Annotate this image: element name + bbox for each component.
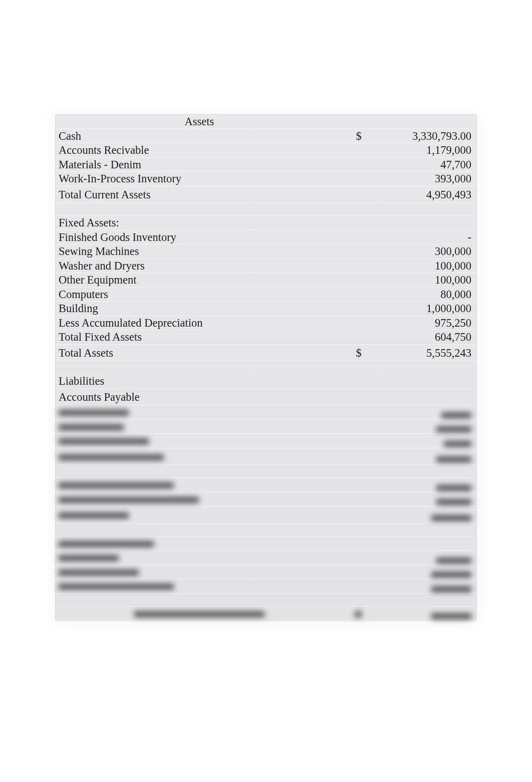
row-label: Building — [56, 302, 343, 316]
row-value: 1,000,000 — [364, 302, 476, 316]
currency-symbol — [343, 157, 364, 172]
obscured-row — [56, 551, 476, 565]
table-row: Washer and Dryers100,000 — [56, 258, 476, 273]
obscured-section-header — [56, 536, 476, 551]
row-label: Cash — [56, 129, 343, 143]
total-fixed-assets-value: 604,750 — [364, 330, 476, 345]
obscured-row — [56, 434, 476, 448]
currency-symbol — [343, 143, 364, 158]
row-value: 393,000 — [364, 172, 476, 186]
obscured-row — [56, 405, 476, 420]
row-value: 100,000 — [364, 258, 476, 273]
row-label: Sewing Machines — [56, 244, 343, 259]
fixed-assets-header-label: Fixed Assets: — [56, 216, 343, 230]
row-value: 1,179,000 — [364, 143, 476, 158]
row-value: 300,000 — [364, 244, 476, 259]
spacer — [56, 361, 476, 374]
currency-symbol — [343, 287, 364, 302]
accounts-payable-value — [364, 388, 476, 405]
spacer — [56, 203, 476, 216]
section-header-assets: Assets — [56, 115, 476, 129]
row-value: 100,000 — [364, 273, 476, 288]
row-label: Work-In-Process Inventory — [56, 172, 343, 186]
table-row: Computers80,000 — [56, 287, 476, 302]
obscured-row — [56, 419, 476, 434]
obscured-row — [56, 506, 476, 524]
row-value: 80,000 — [364, 287, 476, 302]
row-total-assets: Total Assets $ 5,555,243 — [56, 344, 476, 361]
row-value: 3,330,793.00 — [364, 129, 476, 143]
row-label: Less Accumulated Depreciation — [56, 316, 343, 330]
currency-symbol — [343, 258, 364, 273]
table-row: Cash$3,330,793.00 — [56, 129, 476, 143]
accounts-payable-label: Accounts Payable — [56, 388, 343, 405]
section-header-liabilities: Liabilities — [56, 374, 476, 389]
currency-symbol — [343, 230, 364, 244]
obscured-row — [56, 579, 476, 594]
liabilities-header-label: Liabilities — [56, 374, 343, 389]
table-row: Building1,000,000 — [56, 302, 476, 316]
table-row: Materials - Denim47,700 — [56, 157, 476, 172]
currency-symbol — [343, 186, 364, 203]
row-label: Computers — [56, 287, 343, 302]
currency-symbol: $ — [343, 129, 364, 143]
obscured-row — [56, 492, 476, 506]
row-label: Accounts Recivable — [56, 143, 343, 158]
financial-table: Assets Cash$3,330,793.00Accounts Recivab… — [56, 115, 476, 621]
currency-symbol — [343, 273, 364, 288]
table-row: Accounts Recivable1,179,000 — [56, 143, 476, 158]
row-label: Finished Goods Inventory — [56, 230, 343, 244]
currency-symbol — [343, 302, 364, 316]
total-fixed-assets-label: Total Fixed Assets — [56, 330, 343, 345]
row-label: Washer and Dryers — [56, 258, 343, 273]
document-page: Assets Cash$3,330,793.00Accounts Recivab… — [0, 0, 532, 782]
obscured-row — [56, 478, 476, 492]
spacer — [56, 523, 476, 536]
total-assets-value: 5,555,243 — [364, 344, 476, 361]
spacer — [56, 593, 476, 606]
row-total-current-assets: Total Current Assets 4,950,493 — [56, 186, 476, 203]
table-row: Finished Goods Inventory- — [56, 230, 476, 244]
row-value: - — [364, 230, 476, 244]
currency-symbol — [343, 172, 364, 186]
table-row: Work-In-Process Inventory393,000 — [56, 172, 476, 186]
row-label: Other Equipment — [56, 273, 343, 288]
currency-symbol — [343, 244, 364, 259]
total-current-assets-value: 4,950,493 — [364, 186, 476, 203]
section-header-fixed-assets: Fixed Assets: — [56, 216, 476, 230]
total-current-assets-label: Total Current Assets — [56, 186, 343, 203]
row-label: Materials - Denim — [56, 157, 343, 172]
table-row: Less Accumulated Depreciation975,250 — [56, 316, 476, 330]
currency-symbol — [343, 330, 364, 345]
currency-symbol — [343, 388, 364, 405]
currency-symbol: $ — [343, 344, 364, 361]
obscured-row — [56, 448, 476, 465]
spacer — [56, 465, 476, 478]
table-row: Other Equipment100,000 — [56, 273, 476, 288]
obscured-footer-row — [56, 606, 476, 621]
currency-symbol — [343, 316, 364, 330]
assets-header-label: Assets — [56, 115, 343, 129]
row-accounts-payable: Accounts Payable — [56, 388, 476, 405]
row-value: 47,700 — [364, 157, 476, 172]
row-value: 975,250 — [364, 316, 476, 330]
balance-sheet-table: Assets Cash$3,330,793.00Accounts Recivab… — [55, 114, 477, 621]
row-total-fixed-assets: Total Fixed Assets 604,750 — [56, 330, 476, 345]
total-assets-label: Total Assets — [56, 344, 343, 361]
obscured-row — [56, 565, 476, 579]
table-row: Sewing Machines300,000 — [56, 244, 476, 259]
